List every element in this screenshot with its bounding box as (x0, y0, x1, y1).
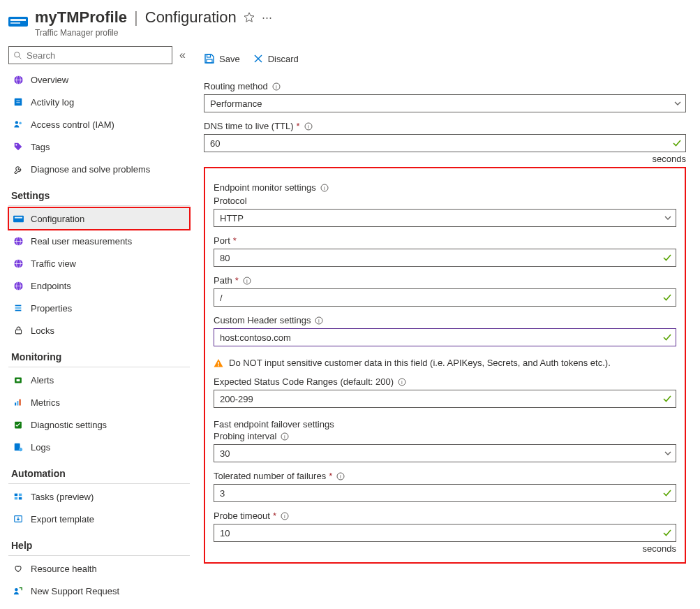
svg-rect-28 (15, 330, 21, 334)
more-icon[interactable]: ⋯ (262, 11, 272, 24)
nav-icon (13, 398, 24, 407)
sidebar-item[interactable]: Alerts (8, 369, 190, 391)
nav-icon (13, 303, 24, 313)
sidebar-item[interactable]: Real user measurements (8, 230, 190, 252)
expected-status-input[interactable] (214, 390, 676, 408)
sidebar-item[interactable]: Resource health (8, 557, 190, 580)
svg-point-42 (15, 588, 17, 591)
favorite-icon[interactable] (244, 12, 255, 23)
sidebar-item[interactable]: Endpoints (8, 274, 190, 297)
sidebar-item-label: Logs (31, 442, 50, 453)
svg-rect-33 (20, 399, 21, 405)
sidebar-item[interactable]: Diagnostic settings (8, 413, 190, 436)
sidebar-item[interactable]: Overview (8, 68, 190, 91)
info-icon[interactable]: i (304, 122, 313, 131)
dns-ttl-label: DNS time to live (TTL) (204, 121, 294, 131)
path-input[interactable] (214, 288, 676, 307)
sidebar-item-label: Real user measurements (31, 236, 132, 247)
sidebar-group-header: Help (8, 530, 190, 556)
nav-icon (13, 492, 24, 501)
nav-icon (13, 164, 24, 174)
svg-text:i: i (246, 278, 248, 284)
port-input[interactable] (214, 249, 676, 267)
sidebar-item-label: Configuration (31, 214, 84, 224)
sidebar-item-label: Diagnostic settings (31, 420, 107, 430)
save-button[interactable]: Save (204, 53, 240, 64)
traffic-manager-icon (8, 13, 28, 29)
probe-timeout-label: Probe timeout (214, 511, 270, 521)
info-icon[interactable]: i (398, 378, 406, 386)
custom-header-input[interactable] (214, 328, 676, 346)
nav-icon (13, 586, 24, 596)
svg-rect-37 (15, 494, 17, 497)
nav-icon (13, 564, 24, 573)
info-icon[interactable]: i (281, 512, 289, 520)
svg-text:i: i (284, 513, 285, 520)
sidebar-item[interactable]: Metrics (8, 391, 190, 413)
nav-icon (13, 97, 24, 107)
sidebar-item-label: Tags (31, 142, 50, 152)
probe-timeout-input[interactable] (214, 524, 676, 542)
svg-text:i: i (308, 124, 309, 130)
endpoint-monitor-section: Endpoint monitor settings i Protocol HTT… (204, 167, 686, 564)
info-icon[interactable]: i (281, 432, 289, 441)
protocol-label: Protocol (214, 196, 247, 206)
discard-label: Discard (268, 54, 299, 64)
sidebar-item[interactable]: Logs (8, 436, 190, 458)
sidebar-item-label: Metrics (31, 397, 60, 408)
dns-ttl-input[interactable] (204, 134, 686, 152)
sidebar-item[interactable]: Tags (8, 135, 190, 158)
collapse-icon[interactable]: « (179, 49, 186, 61)
discard-icon (253, 53, 264, 64)
tolerated-failures-label: Tolerated number of failures (214, 471, 326, 481)
probe-timeout-suffix: seconds (214, 543, 676, 554)
discard-button[interactable]: Discard (253, 53, 299, 64)
info-icon[interactable]: i (336, 472, 345, 480)
path-label: Path (214, 275, 232, 286)
info-icon[interactable]: i (320, 184, 329, 192)
svg-point-3 (15, 52, 20, 57)
nav-icon (13, 75, 24, 85)
endpoint-monitor-title: Endpoint monitor settings (214, 182, 316, 193)
routing-method-select[interactable]: Performance (204, 94, 686, 112)
sidebar-item[interactable]: Activity log (8, 91, 190, 113)
expected-status-label: Expected Status Code Ranges (default: 20… (214, 376, 394, 387)
nav-icon (13, 142, 24, 152)
sidebar-item[interactable]: Diagnose and solve problems (8, 158, 190, 180)
sidebar-group-header: Automation (8, 458, 190, 484)
svg-point-11 (15, 121, 17, 124)
sidebar-group-header: Monitoring (8, 342, 190, 367)
probing-interval-label: Probing interval (214, 431, 276, 441)
sidebar-search[interactable] (8, 46, 172, 64)
sidebar-item-label: Alerts (31, 375, 54, 386)
info-icon[interactable]: i (243, 277, 251, 285)
svg-point-12 (19, 122, 22, 125)
sidebar-item[interactable]: New Support Request (8, 580, 190, 602)
search-input[interactable] (25, 50, 167, 61)
sidebar-item-label: Activity log (31, 97, 74, 108)
tolerated-failures-input[interactable] (214, 484, 676, 502)
sidebar-item[interactable]: Configuration (8, 207, 190, 230)
warning-icon (214, 358, 223, 368)
info-icon[interactable]: i (272, 82, 281, 91)
sidebar-group-header: Settings (8, 180, 190, 206)
resource-type: Traffic Manager profile (35, 28, 700, 38)
sidebar-item-label: Endpoints (31, 281, 71, 291)
svg-rect-57 (218, 362, 218, 365)
sidebar-item[interactable]: Access control (IAM) (8, 113, 190, 135)
routing-method-label: Routing method (204, 81, 268, 91)
page-title: myTMProfile (35, 8, 127, 27)
nav-icon (13, 281, 24, 291)
info-icon[interactable]: i (315, 316, 323, 325)
sidebar-item[interactable]: Properties (8, 297, 190, 319)
sidebar-item[interactable]: Locks (8, 319, 190, 342)
port-label: Port (214, 235, 230, 246)
sidebar-item[interactable]: Export template (8, 508, 190, 530)
fast-failover-title: Fast endpoint failover settings (214, 419, 334, 430)
protocol-select[interactable]: HTTP (214, 209, 676, 227)
sidebar-item[interactable]: Tasks (preview) (8, 485, 190, 508)
svg-rect-40 (19, 497, 22, 500)
nav-icon (13, 236, 24, 247)
probing-interval-select[interactable]: 30 (214, 444, 676, 462)
sidebar-item[interactable]: Traffic view (8, 252, 190, 274)
